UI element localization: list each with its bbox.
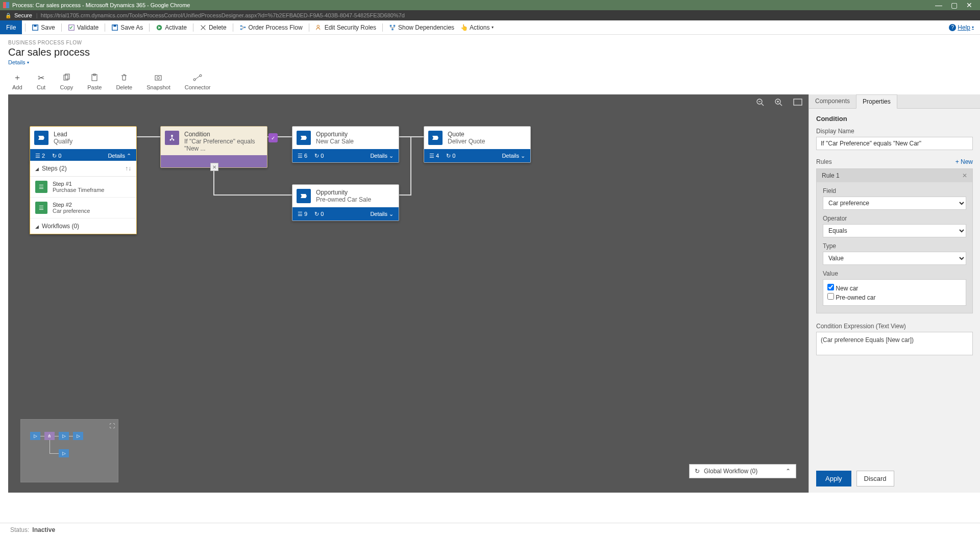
checkbox-preowned[interactable] [827,293,834,300]
delete-tool[interactable]: Delete [116,73,132,90]
workflows-header[interactable]: ◢Workflows (0) [30,218,136,234]
workflow-count-icon: ↻ 0 [52,153,61,159]
display-name-input[interactable] [816,137,973,150]
edit-security-button[interactable]: Edit Security Roles [312,20,379,34]
svg-point-9 [317,25,319,27]
tab-properties[interactable]: Properties [856,94,897,109]
zoom-out-icon[interactable] [756,99,765,107]
stage-node-lead[interactable]: Lead Qualify ☰ 2 ↻ 0 Details ⌃ [30,126,137,163]
workflow-count-icon: ↻ 0 [314,153,324,159]
validate-icon [68,24,75,31]
step-item[interactable]: ☰ Step #2Car preference [30,198,136,218]
editsec-label: Edit Security Roles [325,24,376,31]
type-select[interactable]: Value [823,252,966,265]
details-toggle[interactable]: Details ⌄ [502,153,525,159]
add-label: Add [12,84,22,90]
field-select[interactable]: Car preference [823,197,966,210]
save-button[interactable]: Save [29,20,58,34]
minimap[interactable]: ⛶ ▷ ⋔ ▷ ▷ ▷ [20,419,118,482]
saveas-button[interactable]: Save As [108,20,146,34]
discard-button[interactable]: Discard [856,471,894,486]
cut-label: Cut [37,84,45,90]
details-toggle[interactable]: Details ▾ [8,59,29,65]
reorder-icons[interactable]: ↑↓ [125,165,131,172]
node-title: Quote [448,131,485,138]
svg-rect-7 [240,28,242,30]
condition-close-button[interactable]: ✕ [210,163,218,171]
lock-icon: 🔒 [5,13,11,18]
details-toggle[interactable]: Details ⌄ [370,153,394,159]
minimap-node: ▷ [30,432,40,440]
svg-rect-1 [34,25,37,27]
activate-button[interactable]: Activate [153,20,190,34]
validate-button[interactable]: Validate [65,20,102,34]
rule-delete-icon[interactable]: ✕ [962,172,967,179]
save-icon [32,24,39,31]
paste-tool[interactable]: Paste [87,73,102,90]
node-subtitle: New Car Sale [316,138,354,145]
url-text[interactable]: https://trial1705.crm.dynamics.com/Tools… [41,12,405,18]
zoom-in-icon[interactable] [775,99,783,107]
actions-label: Actions [470,24,489,31]
details-toggle[interactable]: Details ⌃ [108,153,131,159]
stage-icon [428,131,443,145]
app-favicon [3,2,9,8]
order-process-button[interactable]: Order Process Flow [236,20,306,34]
activate-icon [156,24,163,31]
connector-tool[interactable]: Connector [185,73,211,90]
operator-select[interactable]: Equals [823,224,966,237]
stage-node-opportunity-preowned[interactable]: Opportunity Pre-owned Car Sale ☰ 9 ↻ 0 D… [292,184,399,221]
tab-components[interactable]: Components [809,94,856,108]
chevron-down-icon: ▾ [492,25,494,30]
add-tool[interactable]: ＋Add [12,73,22,90]
status-label: Status: [10,526,29,533]
stage-icon [297,189,311,203]
saveas-icon [111,24,118,31]
delete-button[interactable]: Delete [197,20,230,34]
display-name-label: Display Name [816,128,973,135]
collapse-icon: ◢ [35,224,39,229]
window-close[interactable]: ✕ [962,1,977,9]
minimap-expand-icon[interactable]: ⛶ [109,423,115,429]
breadcrumb: BUSINESS PROCESS FLOW [8,40,972,45]
stage-node-opportunity-new[interactable]: Opportunity New Car Sale ☰ 6 ↻ 0 Details… [292,126,399,163]
value-options: New car Pre-owned car [823,279,966,306]
stage-icon [297,131,311,145]
copy-tool[interactable]: Copy [60,73,74,90]
help-link[interactable]: ? Help ▾ [949,24,974,31]
actions-menu[interactable]: 👆 Actions ▾ [457,20,497,34]
chevron-up-icon: ⌃ [127,153,131,159]
step-icon: ☰ [35,202,47,214]
checkbox-newcar[interactable] [827,284,834,290]
svg-rect-11 [394,25,396,27]
file-menu[interactable]: File [0,20,22,34]
value-option-newcar[interactable]: New car [827,284,962,292]
window-maximize[interactable]: ▢ [946,1,962,9]
security-icon [315,24,323,31]
apply-button[interactable]: Apply [816,471,851,486]
show-dependencies-button[interactable]: Show Dependencies [386,20,457,34]
global-workflow-bar[interactable]: ↻ Global Workflow (0) ⌃ [689,464,796,478]
activate-label: Activate [165,24,187,31]
step-item[interactable]: ☰ Step #1Purchase Timeframe [30,177,136,198]
stage-node-quote[interactable]: Quote Deliver Quote ☰ 4 ↻ 0 Details ⌄ [424,126,531,163]
snapshot-tool[interactable]: Snapshot [146,73,170,90]
plus-icon: ＋ [13,73,22,82]
window-minimize[interactable]: — [931,1,946,9]
cut-tool[interactable]: ✂Cut [37,73,46,90]
flow-canvas[interactable]: Lead Qualify ☰ 2 ↻ 0 Details ⌃ ◢Steps (2… [8,94,808,493]
condition-icon [165,131,179,145]
order-label: Order Process Flow [249,24,303,31]
details-label: Details [8,59,26,65]
operator-label: Operator [823,215,966,222]
new-rule-button[interactable]: + New [955,158,973,165]
svg-point-26 [173,139,175,141]
copy-icon [62,73,71,82]
svg-rect-4 [114,25,116,27]
chevron-down-icon: ⌄ [521,153,525,159]
value-option-preowned[interactable]: Pre-owned car [827,293,962,301]
fit-screen-icon[interactable] [793,99,802,107]
steps-header[interactable]: ◢Steps (2) ↑↓ [30,161,136,177]
details-toggle[interactable]: Details ⌄ [370,211,394,217]
condition-node[interactable]: Condition If "Car Preference" equals "Ne… [160,126,267,168]
